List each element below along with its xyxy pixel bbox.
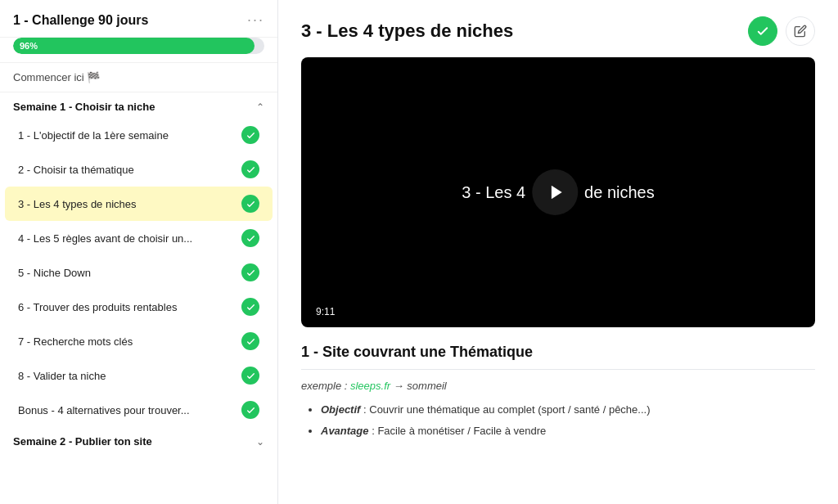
play-icon [547,183,565,201]
sidebar-item-item4[interactable]: 4 - Les 5 règles avant de choisir un... [5,221,273,255]
sidebar-start[interactable]: Commencer ici 🏁 [0,63,277,92]
sidebar-item-label: 1 - L'objectif de la 1ère semaine [18,129,241,142]
sidebar-item-label: 8 - Valider ta niche [18,370,241,382]
sidebar-item-label: 2 - Choisir ta thématique [18,164,241,176]
sidebar-item-item1[interactable]: 1 - L'objectif de la 1ère semaine [5,118,273,152]
bullet-objectif-label: Objectif [321,403,360,416]
section-semaine1-items: 1 - L'objectif de la 1ère semaine2 - Cho… [0,118,277,427]
sidebar-header: 1 - Challenge 90 jours ··· [0,0,277,38]
completed-check-icon [241,332,259,350]
completed-check-icon [241,195,259,213]
sidebar-item-item7[interactable]: 7 - Recherche mots clés [5,324,273,358]
sidebar-title: 1 - Challenge 90 jours [13,13,148,28]
video-duration: 9:11 [311,304,340,319]
bullet-objectif-text: : Couvrir une thématique au complet (spo… [363,403,650,416]
progress-label: 96% [20,41,38,51]
progress-bar-container: 96% [0,38,277,63]
check-icon [755,24,770,38]
completed-check-icon [241,229,259,247]
start-label: Commencer ici 🏁 [13,71,100,83]
sidebar-item-label: 5 - Niche Down [18,267,241,279]
content-title: 3 - Les 4 types de niches [301,20,513,42]
edit-button[interactable] [786,16,815,46]
sidebar-item-label: 3 - Les 4 types de niches [18,198,241,210]
mark-complete-button[interactable] [748,16,777,46]
sidebar-item-label: 7 - Recherche mots clés [18,335,241,348]
completed-check-icon [241,298,259,316]
video-text-left: 3 - Les 4 [462,183,525,202]
completed-check-icon [241,401,259,419]
sidebar-item-item5[interactable]: 5 - Niche Down [5,255,273,290]
content-actions [748,16,815,46]
progress-bar-bg: 96% [13,38,264,54]
video-title-overlay: 3 - Les 4 de niches [462,169,654,215]
section-semaine1-title: Semaine 1 - Choisir ta niche [13,101,155,113]
section1-heading: 1 - Site couvrant une Thématique [301,344,815,361]
example-text: exemple : sleeps.fr → sommeil [301,380,815,392]
section-semaine2-header[interactable]: Semaine 2 - Publier ton site ⌄ [0,427,277,452]
sidebar-item-item8[interactable]: 8 - Valider ta niche [5,358,273,393]
play-button[interactable] [532,169,578,215]
completed-check-icon [241,160,259,178]
sidebar-item-label: 6 - Trouver des produits rentables [18,301,241,313]
section-divider [301,369,815,370]
sidebar-item-item2[interactable]: 2 - Choisir ta thématique [5,152,273,187]
sidebar-item-label: 4 - Les 5 règles avant de choisir un... [18,232,241,245]
sidebar: 1 - Challenge 90 jours ··· 96% Commencer… [0,0,278,504]
pencil-icon [794,25,807,38]
section-semaine1-header[interactable]: Semaine 1 - Choisir ta niche ⌃ [0,92,277,118]
bullet-avantage-label: Avantage [321,425,369,437]
progress-bar-fill: 96% [13,38,255,54]
bullet-objectif: Objectif : Couvrir une thématique au com… [321,402,815,418]
bullet-avantage: Avantage : Facile à monétiser / Facile à… [321,423,815,439]
sidebar-item-item3[interactable]: 3 - Les 4 types de niches [5,187,273,221]
completed-check-icon [241,367,259,385]
svg-marker-0 [552,186,562,200]
sidebar-item-item6[interactable]: 6 - Trouver des produits rentables [5,290,273,324]
main-content: 3 - Les 4 types de niches 3 - Les 4 [278,0,838,504]
bullet-list: Objectif : Couvrir une thématique au com… [301,402,815,439]
video-text-right: de niches [584,183,655,202]
bullet-avantage-text: : Facile à monétiser / Facile à vendre [372,425,546,437]
completed-check-icon [241,126,259,144]
video-player[interactable]: 3 - Les 4 de niches 9:11 [301,57,815,327]
sidebar-item-item9[interactable]: Bonus - 4 alternatives pour trouver... [5,393,273,427]
section-semaine2-title: Semaine 2 - Publier ton site [13,435,152,448]
content-header: 3 - Les 4 types de niches [301,16,815,46]
sidebar-item-label: Bonus - 4 alternatives pour trouver... [18,404,241,416]
chevron-up-icon: ⌃ [256,101,264,113]
example-link[interactable]: sleeps.fr [350,380,390,392]
chevron-down-icon: ⌄ [256,436,264,448]
completed-check-icon [241,263,259,281]
sidebar-menu-icon[interactable]: ··· [247,11,264,29]
